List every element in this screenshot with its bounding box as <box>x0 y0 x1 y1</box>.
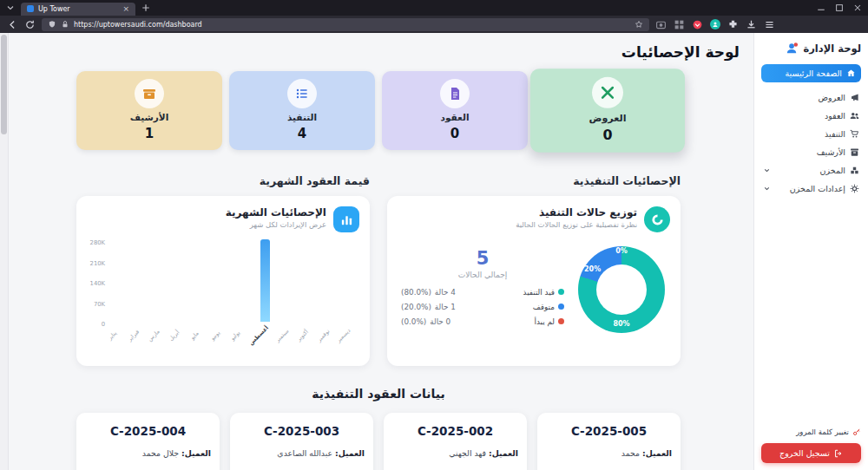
back-icon[interactable] <box>7 19 18 30</box>
change-password-link[interactable]: تغيير كلمة المرور <box>761 428 861 436</box>
page-scrollbar[interactable] <box>0 33 9 470</box>
gear-icon <box>850 184 859 193</box>
cart-icon <box>850 129 859 139</box>
bar-column: أغسطس <box>253 239 277 354</box>
reload-icon[interactable] <box>24 19 36 30</box>
stat-card-offers[interactable]: العروض 0 <box>530 69 685 152</box>
dashboard-page: لوحة الإدارة الصفحة الرئيسية العروض العق… <box>0 33 868 470</box>
sidebar-item-execution[interactable]: التنفيذ <box>761 125 861 143</box>
pocket-icon[interactable] <box>692 19 703 30</box>
window-close-icon[interactable] <box>852 3 863 13</box>
downloads-icon[interactable] <box>746 19 757 30</box>
url-bar[interactable]: https://uptowersaudi.com/dashboard <box>42 18 649 31</box>
execution-stat-icon <box>287 79 317 108</box>
section-title-monthly-value: قيمة العقود الشهرية <box>76 174 370 187</box>
stat-card-execution[interactable]: التنفيذ 4 <box>229 71 375 150</box>
chevron-down-icon[interactable] <box>763 166 771 174</box>
screenshot-icon[interactable] <box>655 19 667 30</box>
bar-column: مايو <box>191 239 210 354</box>
legend-dot <box>558 289 564 295</box>
stat-value: 4 <box>298 126 306 141</box>
client-name: محمد <box>621 448 640 458</box>
sidebar-item-offers[interactable]: العروض <box>761 88 861 107</box>
donut-label-20: 20% <box>584 265 601 273</box>
sidebar-item-home[interactable]: الصفحة الرئيسية <box>761 64 861 82</box>
tab-favicon <box>27 5 34 12</box>
bar-x-label: ديسمبر <box>335 327 365 356</box>
extensions-puzzle-icon[interactable] <box>727 19 739 30</box>
bar-x-label: أبريل <box>168 329 193 354</box>
sidebar-item-label: الأرشيف <box>817 147 845 157</box>
grid-extension-icon[interactable] <box>674 19 685 30</box>
sidebar-footer: تغيير كلمة المرور تسجيل الخروج <box>761 428 861 463</box>
contract-number: C-2025-002 <box>392 424 518 438</box>
bar-x-label: سبتمبر <box>274 328 303 356</box>
legend-item-not-started[interactable]: لم يبدأ 0 حالة(0.0%) <box>401 317 564 326</box>
window-minimize-icon[interactable] <box>816 3 826 13</box>
account-avatar-icon[interactable] <box>710 19 720 29</box>
contract-card[interactable]: C-2025-003 العميل: عبدالله الصاعدي <box>230 413 373 470</box>
offers-stat-icon <box>592 77 623 108</box>
contract-card[interactable]: C-2025-004 العميل: جلال محمد <box>76 413 220 470</box>
sidebar-title: لوحة الإدارة <box>803 42 861 55</box>
new-tab-icon[interactable] <box>141 3 151 13</box>
legend-pct: (0.0%) <box>401 317 426 326</box>
sidebar-item-contracts[interactable]: العقود <box>761 107 861 125</box>
bar-chart-plot: ينايرفبرايرمارسأبريلمايويونيويوليوأغسطسس… <box>109 239 359 354</box>
tab-list-icon[interactable] <box>5 3 16 13</box>
client-label: العميل: <box>642 448 672 458</box>
logout-button[interactable]: تسجيل الخروج <box>761 443 861 463</box>
browser-tab[interactable]: Up Tower × <box>21 3 135 16</box>
stat-card-contracts[interactable]: العقود 0 <box>382 71 528 150</box>
sidebar-item-archive[interactable]: الأرشيف <box>761 143 861 161</box>
legend-item-in-progress[interactable]: قيد التنفيذ 4 حالة(80.0%) <box>401 288 564 297</box>
legend-pct: (80.0%) <box>401 288 431 297</box>
bar-x-label: مارس <box>146 328 173 355</box>
bar-card-subtitle: عرض الإيرادات لكل شهر <box>226 220 326 229</box>
bar-x-label: يناير <box>107 330 131 354</box>
scrollbar-thumb[interactable] <box>1 35 7 134</box>
sidebar-item-label: العروض <box>819 93 845 102</box>
legend-pct: (20.0%) <box>401 303 431 311</box>
stat-card-archive[interactable]: الأرشيف 1 <box>76 71 222 150</box>
browser-navbar: https://uptowersaudi.com/dashboard <box>0 16 868 33</box>
bar-chart-icon <box>333 206 359 232</box>
bar-x-label: مايو <box>189 330 213 353</box>
stat-label: العروض <box>589 112 626 123</box>
donut-card-subtitle: نظرة تفصيلية على توزيع الحالات الحالية <box>516 220 637 229</box>
chevron-down-icon[interactable] <box>763 185 771 193</box>
contract-number: C-2025-003 <box>239 424 365 438</box>
sidebar-item-warehouse-settings[interactable]: إعدادات المخزن <box>761 180 861 198</box>
contract-number: C-2025-005 <box>546 424 672 438</box>
legend-item-stopped[interactable]: متوقف 1 حالة(20.0%) <box>401 303 564 311</box>
tab-close-icon[interactable]: × <box>122 5 129 13</box>
lock-icon[interactable] <box>61 20 69 29</box>
shield-icon[interactable] <box>48 20 56 29</box>
bar-chart[interactable]: 280K210K140K70K0 ينايرفبرايرمارسأبريلماي… <box>87 239 359 354</box>
contracts-section-title: بيانات العقود التنفيذية <box>76 387 681 401</box>
contract-card[interactable]: C-2025-005 العميل: محمد <box>537 413 681 470</box>
total-cases-label: إجمالي الحالات <box>401 271 564 279</box>
sidebar-item-label: العقود <box>825 111 845 121</box>
bar-column: ديسمبر <box>340 239 359 354</box>
menu-icon[interactable] <box>764 19 775 30</box>
sidebar-item-label: المخزن <box>820 166 845 175</box>
sidebar-item-warehouse[interactable]: المخزن <box>761 161 861 180</box>
bookmark-star-icon[interactable] <box>635 20 643 29</box>
bar-column: مارس <box>150 239 169 354</box>
donut-label-0: 0% <box>615 247 628 255</box>
execution-status-card: توزيع حالات التنفيذ نظرة تفصيلية على توز… <box>387 196 681 366</box>
section-title-exec-stats: الإحصائيات التنفيذية <box>387 174 681 187</box>
donut-chart[interactable]: 80% 20% 0% <box>573 241 670 338</box>
contract-number: C-2025-004 <box>85 424 211 438</box>
stat-cards: العروض 0 العقود 0 التنفيذ 4 <box>76 71 681 150</box>
contract-card[interactable]: C-2025-002 العميل: فهد الجهني <box>384 413 527 470</box>
legend-count: 4 حالة <box>435 288 456 297</box>
bar-column: يونيو <box>212 239 231 354</box>
stat-value: 1 <box>145 126 154 141</box>
url-text[interactable]: https://uptowersaudi.com/dashboard <box>74 21 630 29</box>
users-icon <box>850 111 859 121</box>
contracts-stat-icon <box>440 79 470 108</box>
window-maximize-icon[interactable] <box>834 3 845 13</box>
stat-label: العقود <box>441 112 470 122</box>
